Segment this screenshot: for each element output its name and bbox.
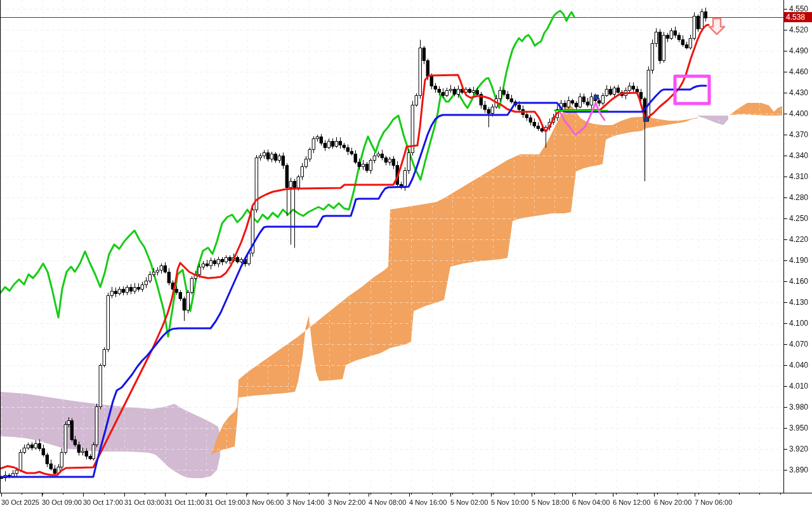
chart-canvas[interactable] <box>0 0 812 508</box>
current-price-badge: 4.538 <box>784 12 812 22</box>
trading-chart-window: 4.538 <box>0 0 812 508</box>
